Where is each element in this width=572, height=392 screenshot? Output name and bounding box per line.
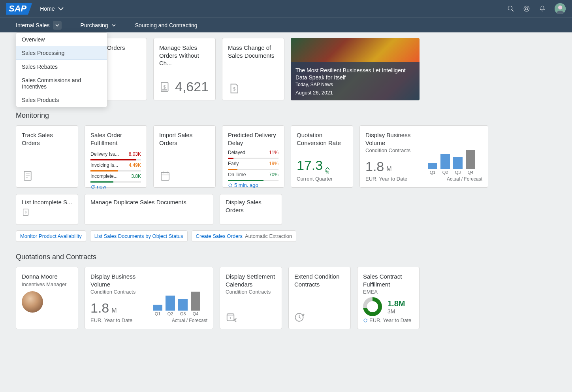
metric-bar xyxy=(90,181,141,183)
tile-settlement-calendars[interactable]: Display Settlement Calendars Condition C… xyxy=(220,267,282,329)
dropdown-item[interactable]: Sales Products xyxy=(16,93,107,107)
nav-internal-sales[interactable]: Internal Sales xyxy=(16,21,62,30)
tile-mass-change[interactable]: Mass Change of Sales Documents $ xyxy=(222,38,284,100)
svg-text:$: $ xyxy=(233,87,236,91)
sap-logo: SAP xyxy=(6,3,35,15)
tile-contact[interactable]: Donna Moore Incentives Manager xyxy=(16,267,78,329)
document-money-icon: $ xyxy=(159,81,171,93)
refresh-link[interactable]: 5 min. ago xyxy=(228,182,278,188)
header-actions xyxy=(507,3,566,14)
metric-row: Delivery Iss...8.03K xyxy=(90,151,141,158)
tile-display-sales-orders[interactable]: Display Sales Orders xyxy=(220,194,282,225)
nav-purchasing[interactable]: Purchasing xyxy=(81,22,116,28)
tile-manage-sales-orders[interactable]: Manage Sales Orders Without Ch... $ 4,62… xyxy=(153,38,216,100)
tile-title: Sales Order Fulfillment xyxy=(90,131,141,147)
tile-import-sales-orders[interactable]: Import Sales Orders xyxy=(153,125,216,188)
tile-title: Mass Change of Sales Documents xyxy=(228,44,278,59)
refresh-link[interactable]: EUR, Year to Date xyxy=(363,317,414,323)
tile-title: Display Business Volume xyxy=(365,131,419,147)
document-money-icon: $ xyxy=(22,208,30,217)
tile-extend-condition[interactable]: Extend Condition Contracts xyxy=(288,267,351,329)
refresh-icon xyxy=(363,318,368,323)
home-nav[interactable]: Home xyxy=(40,5,64,12)
tile-subtitle: EMEA xyxy=(363,289,414,295)
news-tile[interactable]: The Most Resilient Businesses Let Intell… xyxy=(291,38,420,100)
calendar-icon xyxy=(159,170,171,182)
dropdown-item[interactable]: Overview xyxy=(16,33,107,46)
chart-bar: Q3 xyxy=(452,157,463,175)
chart-bar: Q4 xyxy=(465,150,476,175)
tile-title: Quotation Conversion Rate xyxy=(297,131,347,147)
metric-row: Invoicing Is...4.49K xyxy=(90,162,141,169)
kpi-value: 4,621 xyxy=(175,79,209,94)
link-pill[interactable]: List Sales Documents by Object Status xyxy=(90,230,188,242)
link-pills: Monitor Product AvailabilityList Sales D… xyxy=(16,230,556,242)
tile-quotation-conversion[interactable]: Quotation Conversion Rate 17.3 % Current… xyxy=(291,125,353,188)
tile-display-business-volume[interactable]: Display Business Volume Condition Contra… xyxy=(359,125,488,188)
tile-subtitle: Condition Contracts xyxy=(90,289,144,295)
tile-title: Display Sales Orders xyxy=(226,198,276,214)
metric-bar xyxy=(90,159,141,160)
metric-bar xyxy=(90,170,141,172)
user-avatar[interactable] xyxy=(555,3,566,14)
tile-manage-duplicate[interactable]: Manage Duplicate Sales Documents xyxy=(85,194,213,225)
calendar-euro-icon: 1€ xyxy=(226,311,237,323)
kpi-value: 17.3 xyxy=(297,158,323,173)
svg-point-2 xyxy=(524,6,529,11)
nav-bar: Internal Sales Purchasing Sourcing and C… xyxy=(0,17,572,32)
tile-title: Sales Contract Fulfillment xyxy=(363,273,414,288)
tile-sales-order-fulfillment[interactable]: Sales Order Fulfillment Delivery Iss...8… xyxy=(85,125,147,188)
chart-bar: Q1 xyxy=(427,163,438,175)
dropdown-item[interactable]: Sales Rebates xyxy=(16,60,107,74)
dropdown-item[interactable]: Sales Commissions and Incentives xyxy=(16,74,107,93)
metric-row: Incomplete...3.8K xyxy=(90,173,141,180)
nav-label: Purchasing xyxy=(81,22,108,28)
svg-point-5 xyxy=(558,6,562,9)
svg-text:$: $ xyxy=(164,84,166,89)
refresh-link[interactable]: now xyxy=(90,184,141,190)
svg-point-3 xyxy=(525,8,528,10)
chevron-down-icon xyxy=(53,21,62,30)
news-source: Today, SAP News xyxy=(295,82,415,87)
metric-row: On Time70% xyxy=(228,171,278,179)
tile-business-volume-2[interactable]: Display Business Volume Condition Contra… xyxy=(85,267,213,329)
nav-sourcing[interactable]: Sourcing and Contracting xyxy=(135,22,198,28)
kpi-value: 1.8 xyxy=(365,159,384,174)
chart-bar: Q2 xyxy=(440,154,451,175)
clock-star-icon xyxy=(294,311,306,323)
news-date: August 26, 2021 xyxy=(295,90,415,96)
svg-point-0 xyxy=(508,6,512,10)
bell-icon[interactable] xyxy=(539,5,546,12)
metric-bar xyxy=(228,158,278,159)
tile-title: Manage Sales Orders Without Ch... xyxy=(159,44,210,67)
tile-sales-contract-fulfillment[interactable]: Sales Contract Fulfillment EMEA 1.8M 3M … xyxy=(357,267,420,329)
section-title-quotations: Quotations and Contracts xyxy=(16,253,556,261)
chart-footer: Actual / Forecast xyxy=(152,318,207,323)
copilot-icon[interactable] xyxy=(523,5,530,12)
fulfillment-small: 3M xyxy=(388,308,405,315)
kpi-footer: EUR, Year to Date xyxy=(365,176,419,182)
section-title-monitoring: Monitoring xyxy=(16,111,556,120)
home-label: Home xyxy=(40,6,55,12)
dropdown-item[interactable]: Sales Processing xyxy=(16,46,107,60)
tile-track-sales-orders[interactable]: Track Sales Orders xyxy=(16,125,78,188)
internal-sales-dropdown: OverviewSales ProcessingSales RebatesSal… xyxy=(16,32,107,107)
chart-bar: Q4 xyxy=(190,292,201,316)
svg-line-1 xyxy=(512,9,514,11)
tile-title: List Incomplete S... xyxy=(22,198,72,206)
refresh-icon xyxy=(90,185,95,189)
link-pill[interactable]: Create Sales OrdersAutomatic Extraction xyxy=(192,230,297,242)
svg-text:€: € xyxy=(234,317,237,323)
tile-title: Predicted Delivery Delay xyxy=(228,131,278,147)
news-title: The Most Resilient Businesses Let Intell… xyxy=(295,67,415,81)
contact-role: Incentives Manager xyxy=(22,281,72,287)
tile-predicted-delivery-delay[interactable]: Predicted Delivery Delay Delayed11%Early… xyxy=(222,125,284,188)
metric-row: Delayed11% xyxy=(228,149,278,156)
tile-list-incomplete[interactable]: List Incomplete S... $ xyxy=(16,194,78,225)
nav-label: Sourcing and Contracting xyxy=(135,22,198,28)
donut-chart xyxy=(363,297,382,316)
search-icon[interactable] xyxy=(507,5,514,12)
metric-bar xyxy=(228,169,278,170)
svg-text:1: 1 xyxy=(230,316,231,320)
link-pill[interactable]: Monitor Product Availability xyxy=(16,230,86,242)
